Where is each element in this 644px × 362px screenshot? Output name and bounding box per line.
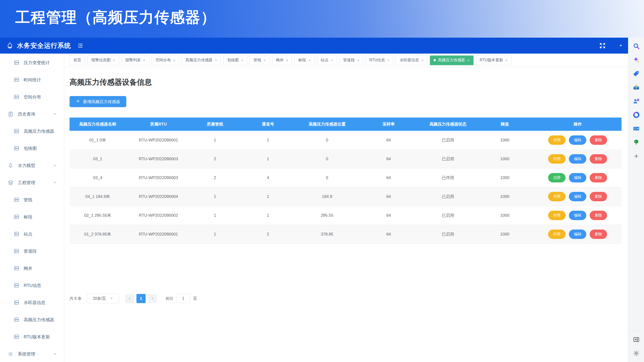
sidebar-item-管线[interactable]: 管线 [0, 191, 64, 208]
panel-toggle-icon[interactable] [633, 333, 640, 346]
tab-水听器信息[interactable]: 水听器信息× [396, 55, 428, 65]
row-actions: 启用编辑删除 [534, 173, 621, 182]
tab-管线[interactable]: 管线× [250, 55, 270, 65]
sidebar-item-历史查询[interactable]: 历史查询 [0, 105, 64, 123]
close-icon[interactable]: × [331, 58, 333, 62]
sidebar-item-label: 水力模型 [18, 163, 35, 168]
disable-button[interactable]: 停用 [548, 135, 566, 145]
sidebar-item-管道段[interactable]: 管道段 [0, 243, 64, 260]
search-icon[interactable] [633, 39, 640, 53]
sidebar-item-压力突变统计[interactable]: 压力突变统计 [0, 54, 64, 71]
tab-RTU版本更新[interactable]: RTU版本更新× [476, 55, 512, 65]
sidebar-item-水听器信息[interactable]: 水听器信息 [0, 294, 64, 311]
edit-button[interactable]: 编辑 [569, 230, 586, 239]
close-icon[interactable]: × [241, 58, 244, 62]
settings-icon[interactable] [633, 346, 640, 360]
sidebar-item-高频压力传感器[interactable]: 高频压力传感器 [0, 311, 64, 328]
tab-阀井[interactable]: 阀井× [272, 55, 292, 65]
sidebar-item-label: 站点 [24, 231, 32, 237]
disable-button[interactable]: 停用 [548, 154, 566, 164]
tab-label: 高频压力传感器 [186, 58, 212, 63]
table-cell: RTU-WP2022090003 [126, 175, 191, 180]
sidebar-item-RTU信息[interactable]: RTU信息 [0, 277, 64, 294]
tree-icon[interactable] [633, 135, 640, 149]
tab-RTU信息[interactable]: RTU信息× [366, 55, 393, 65]
edit-button[interactable]: 编辑 [569, 154, 586, 164]
sidebar-item-标段[interactable]: 标段 [0, 208, 64, 225]
menu-collapse-icon[interactable] [77, 42, 84, 49]
sidebar-item-水力模型[interactable]: 水力模型 [0, 157, 64, 174]
close-icon[interactable]: × [264, 58, 266, 62]
toolbox-icon[interactable] [633, 80, 640, 94]
table-cell: 04_1 184.9米 [70, 194, 126, 199]
delete-button[interactable]: 删除 [590, 211, 607, 220]
sidebar-item-系统管理[interactable]: 系统管理 [0, 345, 64, 362]
prev-page-button[interactable] [125, 294, 134, 303]
column-header: 所属RTU [126, 121, 191, 127]
tab-报警信息图[interactable]: 报警信息图× [88, 55, 119, 65]
close-icon[interactable]: × [506, 58, 508, 62]
goto-page-input[interactable] [176, 294, 190, 303]
tab-站点[interactable]: 站点× [317, 55, 337, 65]
delete-button[interactable]: 删除 [590, 154, 607, 164]
delete-button[interactable]: 删除 [590, 135, 607, 145]
sidebar-item-RTU版本更新[interactable]: RTU版本更新 [0, 328, 64, 345]
enable-button[interactable]: 启用 [548, 173, 566, 182]
sidebar-item-站点[interactable]: 站点 [0, 225, 64, 243]
edit-button[interactable]: 编辑 [569, 211, 586, 220]
user-icon[interactable] [609, 42, 616, 49]
close-icon[interactable]: × [286, 58, 288, 62]
tab-首页[interactable]: 首页 [70, 55, 85, 65]
table-row: 04_1 184.9米RTU-WP202209000411184.964已启用1… [70, 187, 622, 206]
ring-icon[interactable] [633, 108, 640, 122]
tab-管道段[interactable]: 管道段× [339, 55, 363, 65]
sparkle-icon[interactable] [633, 53, 640, 67]
disable-button[interactable]: 停用 [548, 192, 566, 201]
tab-包络图[interactable]: 包络图× [223, 55, 247, 65]
tab-高频压力传感器[interactable]: 高频压力传感器× [430, 55, 474, 65]
sidebar-item-阀井[interactable]: 阀井 [0, 260, 64, 277]
current-page-button[interactable]: 1 [136, 294, 146, 303]
sidebar-item-工程管理[interactable]: 工程管理 [0, 174, 64, 191]
delete-button[interactable]: 删除 [590, 192, 607, 201]
disable-button[interactable]: 停用 [548, 211, 566, 220]
wallet-icon[interactable] [633, 122, 640, 135]
close-icon[interactable]: × [113, 58, 115, 62]
edit-button[interactable]: 编辑 [569, 192, 586, 201]
close-icon[interactable]: × [215, 58, 217, 62]
tab-高频压力传感器[interactable]: 高频压力传感器× [182, 55, 221, 65]
close-icon[interactable]: × [421, 58, 424, 62]
page-size-select[interactable]: 20条/页 [87, 294, 119, 303]
table-cell: 1 [239, 194, 297, 199]
row-actions: 停用编辑删除 [534, 192, 621, 201]
sidebar-item-时间统计[interactable]: 时间统计 [0, 71, 64, 88]
table-cell: 1 [239, 138, 297, 143]
sidebar-item-高频压力传感器[interactable]: 高频压力传感器 [0, 123, 64, 140]
close-icon[interactable]: × [357, 58, 359, 62]
people-game-icon[interactable] [633, 94, 640, 108]
sidebar-item-空间分布[interactable]: 空间分布 [0, 88, 64, 105]
delete-button[interactable]: 删除 [590, 230, 607, 239]
server-icon [14, 266, 19, 271]
close-icon[interactable]: × [174, 58, 176, 62]
caret-down-icon[interactable] [619, 44, 623, 47]
server-icon [14, 231, 19, 237]
tab-标段[interactable]: 标段× [294, 55, 314, 65]
edit-button[interactable]: 编辑 [569, 135, 586, 145]
plus-icon-gray[interactable] [633, 149, 640, 163]
delete-button[interactable]: 删除 [590, 173, 607, 182]
tab-报警列表[interactable]: 报警列表× [122, 55, 149, 65]
disable-button[interactable]: 停用 [548, 230, 566, 239]
close-icon[interactable]: × [387, 58, 390, 62]
edit-button[interactable]: 编辑 [569, 173, 586, 182]
tab-空间分布[interactable]: 空间分布× [152, 55, 180, 65]
next-page-button[interactable] [148, 294, 157, 303]
sidebar-item-包络图[interactable]: 包络图 [0, 140, 64, 157]
close-icon[interactable]: × [468, 58, 470, 62]
table-cell: 0 [297, 138, 357, 143]
add-sensor-button[interactable]: 新增高频压力传感器 [70, 96, 126, 107]
tag-icon[interactable] [633, 67, 640, 80]
fullscreen-icon[interactable] [599, 42, 606, 49]
close-icon[interactable]: × [143, 58, 145, 62]
close-icon[interactable]: × [308, 58, 310, 62]
